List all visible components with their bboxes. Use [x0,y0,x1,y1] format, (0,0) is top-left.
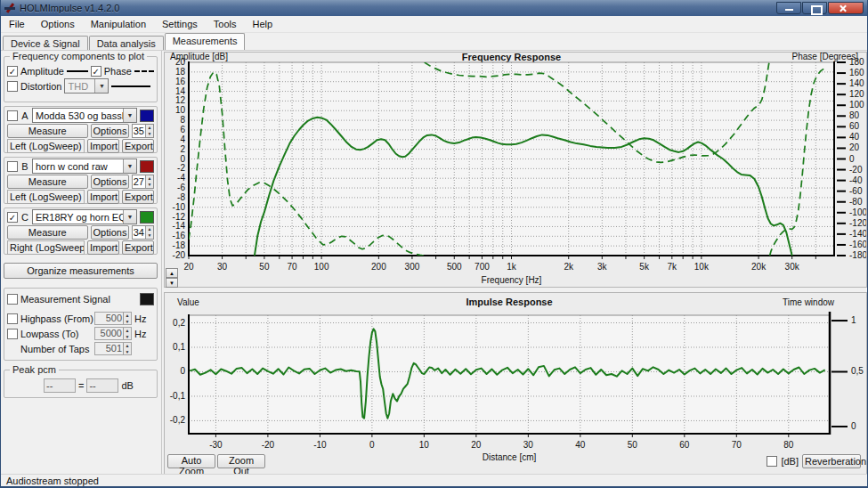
db-scale-checkbox[interactable] [767,456,777,467]
svg-text:-20: -20 [849,165,863,175]
maximize-icon[interactable] [802,2,827,14]
taps-spinner[interactable]: 501 ▲▼ [94,342,132,355]
svg-text:-8: -8 [177,192,185,202]
svg-text:8: 8 [180,115,185,125]
slot-b-measure-button[interactable]: Measure [7,175,88,189]
slot-b-signal-info[interactable]: Left (LogSweep) +46,9dB [7,190,85,204]
slot-b-export-button[interactable]: Export [122,190,154,204]
menu-settings[interactable]: Settings [154,17,206,31]
slot-c-export-button[interactable]: Export [122,240,154,255]
app-icon [4,3,15,13]
svg-text:Amplitude [dB]: Amplitude [dB] [170,53,228,61]
organize-measurements-button[interactable]: Organize measurements [4,263,158,279]
slot-a-export-button[interactable]: Export [122,139,154,153]
tab-data-analysis[interactable]: Data analysis [89,36,164,50]
chevron-down-icon[interactable]: ▼ [94,79,108,93]
svg-text:2k: 2k [564,262,574,272]
spin-down-icon[interactable]: ▼ [124,334,131,340]
spin-down-icon[interactable]: ▼ [124,349,131,355]
menu-options[interactable]: Options [33,17,83,31]
spin-down-icon[interactable]: ▼ [146,182,153,188]
highpass-checkbox[interactable] [7,313,18,324]
slot-c-import-button[interactable]: Import [87,240,119,255]
spin-down-icon[interactable]: ▼ [124,319,131,325]
svg-text:-60: -60 [849,186,863,196]
spin-down-icon[interactable]: ▼ [146,131,153,137]
menu-tools[interactable]: Tools [206,17,245,31]
slot-c-name-combo[interactable]: ER18RY og horn EQed ▼ [32,209,137,224]
svg-text:-80: -80 [849,197,863,207]
slot-a-name-combo[interactable]: Modda 530 og basshorn ▼ [32,108,137,123]
slot-a-import-button[interactable]: Import [87,139,119,153]
spin-up-icon[interactable]: ▲ [146,226,153,232]
slot-a-measure-button[interactable]: Measure [7,124,88,138]
svg-text:-140: -140 [849,229,866,239]
slot-b-color-swatch[interactable] [140,160,154,173]
svg-text:-2: -2 [177,163,185,173]
spin-up-icon[interactable]: ▲ [166,268,178,278]
svg-text:3k: 3k [597,262,608,272]
slot-c-options-button[interactable]: Options [91,225,130,240]
slot-b-checkbox[interactable] [7,161,18,172]
svg-text:-10: -10 [173,202,186,212]
spin-up-icon[interactable]: ▲ [146,125,153,131]
minimize-icon[interactable] [776,2,801,14]
menu-help[interactable]: Help [244,17,280,31]
amplitude-axis-spinner[interactable]: ▲ ▼ [166,268,178,288]
spin-down-icon[interactable]: ▼ [166,278,178,288]
slot-a-average-value: 35 [133,125,145,137]
spin-down-icon[interactable]: ▼ [146,232,153,239]
svg-text:-180: -180 [849,250,866,260]
highpass-spinner[interactable]: 500 ▲▼ [94,312,132,325]
distortion-checkbox[interactable] [7,81,18,92]
svg-text:-10: -10 [313,440,327,450]
impulse-response-plot[interactable]: 0,20,10-0,1-0,2-30-20-100102030405060708… [165,293,866,475]
slot-b-import-button[interactable]: Import [87,190,119,204]
slot-a-average-spinner[interactable]: 35 ▲▼ [132,124,154,138]
svg-text:0: 0 [369,440,375,450]
slot-a-signal-info[interactable]: Left (LogSweep) +31,9dB [7,139,85,153]
zoom-out-button[interactable]: Zoom Out [217,454,265,468]
phase-checkbox[interactable]: ✓ [91,66,101,77]
slot-b-options-button[interactable]: Options [91,175,130,189]
amplitude-checkbox[interactable]: ✓ [7,66,18,77]
title-bar[interactable]: HOLMImpulse v1.4.2.0 [1,0,867,16]
svg-text:Time window: Time window [783,297,835,307]
slot-a-color-swatch[interactable] [140,110,154,122]
phase-label: Phase [104,66,132,77]
slot-c-average-spinner[interactable]: 34 ▲▼ [132,225,154,240]
frequency-response-plot[interactable]: -20-18-16-14-12-10-8-6-4-202468101214161… [165,53,866,287]
svg-text:16: 16 [175,77,186,86]
menu-file[interactable]: File [1,17,33,31]
chevron-down-icon[interactable]: ▼ [123,109,136,122]
chevron-down-icon[interactable]: ▼ [123,210,136,224]
amplitude-line-sample-icon [67,70,88,72]
slot-a-checkbox[interactable] [7,110,18,121]
reverberation-button[interactable]: Reverberation [802,454,861,468]
tab-device-signal[interactable]: Device & Signal [3,36,88,50]
auto-zoom-button[interactable]: Auto Zoom [167,454,215,468]
menu-manipulation[interactable]: Manipulation [83,17,154,31]
measurement-signal-checkbox[interactable] [7,294,18,305]
lowpass-spinner[interactable]: 5000 ▲▼ [94,327,132,340]
taps-label: Number of Taps [20,344,92,354]
lowpass-unit: Hz [134,329,146,339]
svg-text:7k: 7k [668,262,678,272]
close-icon[interactable] [828,2,864,14]
slot-c-color-swatch[interactable] [140,211,154,224]
slot-c-signal-info[interactable]: Right (LogSweep) +26,0dB [7,240,85,255]
svg-text:80: 80 [849,110,860,120]
slot-a-options-button[interactable]: Options [91,124,130,138]
tab-measurements[interactable]: Measurements [165,33,246,50]
slot-c-checkbox[interactable]: ✓ [7,212,18,223]
slot-c-measure-button[interactable]: Measure [7,225,88,240]
chevron-down-icon[interactable]: ▼ [123,159,136,173]
svg-text:50: 50 [628,440,638,450]
distortion-type-combo[interactable]: THD ▼ [64,78,109,94]
measurement-signal-color-swatch[interactable] [140,293,154,305]
slot-b-name-combo[interactable]: horn w cond raw ▼ [32,159,137,174]
spin-up-icon[interactable]: ▲ [146,175,153,182]
svg-text:0,2: 0,2 [173,318,185,328]
lowpass-checkbox[interactable] [7,329,18,339]
slot-b-average-spinner[interactable]: 27 ▲▼ [132,175,154,189]
